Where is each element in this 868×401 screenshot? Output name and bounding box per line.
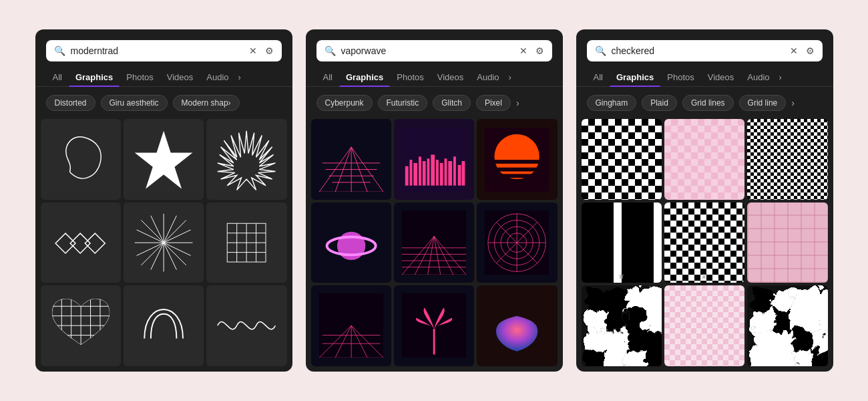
tab-audio-3[interactable]: Audio bbox=[740, 68, 776, 86]
search-clear-3[interactable]: ✕ bbox=[790, 45, 798, 56]
tag-gridline[interactable]: Grid line bbox=[739, 95, 787, 111]
svg-rect-60 bbox=[461, 161, 465, 186]
svg-line-7 bbox=[164, 243, 186, 265]
svg-rect-111 bbox=[622, 346, 642, 366]
tab-videos-3[interactable]: Videos bbox=[701, 68, 741, 86]
grid-item[interactable] bbox=[477, 119, 557, 199]
tab-photos-2[interactable]: Photos bbox=[390, 68, 430, 86]
grid-item[interactable] bbox=[664, 285, 744, 366]
grid-item[interactable] bbox=[124, 119, 204, 199]
tag-gridlines[interactable]: Grid lines bbox=[682, 95, 734, 111]
svg-rect-105 bbox=[582, 305, 602, 325]
search-bar-1: 🔍 ✕ ⚙ bbox=[46, 40, 282, 61]
tab-more-2[interactable]: › bbox=[506, 68, 514, 86]
search-filter-3[interactable]: ⚙ bbox=[806, 45, 815, 56]
grid-item[interactable]: ♛ bbox=[582, 203, 662, 283]
grid-item[interactable] bbox=[311, 203, 391, 283]
grid-item[interactable] bbox=[477, 285, 557, 366]
grid-item[interactable] bbox=[394, 285, 474, 366]
grid-item[interactable] bbox=[41, 285, 121, 366]
tag-more-3[interactable]: › bbox=[791, 98, 795, 108]
tab-photos-1[interactable]: Photos bbox=[120, 68, 160, 86]
svg-line-15 bbox=[164, 243, 176, 269]
grid-item[interactable] bbox=[394, 119, 474, 199]
grid-item[interactable] bbox=[394, 203, 474, 283]
tag-distorted[interactable]: Distorted bbox=[46, 95, 95, 111]
svg-rect-49 bbox=[413, 162, 417, 185]
svg-line-16 bbox=[151, 243, 164, 269]
svg-marker-0 bbox=[135, 130, 193, 188]
tag-gingham[interactable]: Gingham bbox=[587, 95, 637, 111]
tag-giru[interactable]: Giru aesthetic bbox=[101, 95, 168, 111]
grid-item[interactable] bbox=[311, 285, 391, 366]
grid-item[interactable] bbox=[206, 203, 286, 283]
tab-videos-1[interactable]: Videos bbox=[160, 68, 200, 86]
grid-item[interactable] bbox=[747, 285, 827, 366]
tab-graphics-1[interactable]: Graphics bbox=[69, 68, 120, 86]
grid-item[interactable] bbox=[206, 119, 286, 199]
grid-item[interactable] bbox=[477, 203, 557, 283]
grid-item[interactable] bbox=[124, 285, 204, 366]
search-clear-2[interactable]: ✕ bbox=[519, 45, 527, 56]
tabs-1: All Graphics Photos Videos Audio › bbox=[35, 61, 292, 87]
svg-rect-69 bbox=[402, 211, 466, 275]
svg-rect-2 bbox=[70, 233, 90, 253]
svg-rect-63 bbox=[485, 160, 549, 164]
grid-item[interactable] bbox=[747, 203, 827, 283]
svg-rect-106 bbox=[602, 305, 622, 325]
grid-item[interactable] bbox=[582, 285, 662, 366]
tabs-2: All Graphics Photos Videos Audio › bbox=[306, 61, 563, 87]
tab-photos-3[interactable]: Photos bbox=[660, 68, 700, 86]
svg-rect-1 bbox=[55, 233, 75, 253]
search-clear-1[interactable]: ✕ bbox=[249, 45, 257, 56]
search-input-3[interactable] bbox=[612, 45, 785, 56]
grid-item[interactable] bbox=[582, 119, 662, 199]
search-filter-2[interactable]: ⚙ bbox=[535, 45, 544, 56]
tab-all-1[interactable]: All bbox=[46, 68, 69, 86]
tab-graphics-2[interactable]: Graphics bbox=[339, 68, 390, 86]
svg-rect-47 bbox=[405, 166, 409, 185]
tag-pixel[interactable]: Pixel bbox=[476, 95, 511, 111]
grid-1 bbox=[35, 116, 292, 371]
svg-rect-56 bbox=[444, 158, 447, 185]
grid-2 bbox=[306, 116, 563, 371]
tag-more-2[interactable]: › bbox=[516, 98, 519, 108]
grid-item[interactable] bbox=[41, 203, 121, 283]
grid-item[interactable] bbox=[41, 119, 121, 199]
grid-item[interactable]: ♛ bbox=[664, 203, 744, 283]
svg-rect-109 bbox=[582, 346, 602, 366]
svg-line-14 bbox=[164, 243, 190, 255]
tab-graphics-3[interactable]: Graphics bbox=[610, 68, 660, 86]
svg-rect-59 bbox=[458, 164, 461, 185]
svg-rect-51 bbox=[423, 161, 426, 186]
tab-all-3[interactable]: All bbox=[587, 68, 610, 86]
search-input-2[interactable] bbox=[341, 45, 514, 56]
grid-item[interactable] bbox=[124, 203, 204, 283]
tag-futuristic[interactable]: Futuristic bbox=[378, 95, 428, 111]
svg-rect-108 bbox=[642, 305, 662, 325]
svg-rect-54 bbox=[436, 160, 439, 186]
grid-item[interactable] bbox=[664, 119, 744, 199]
svg-rect-53 bbox=[431, 154, 435, 185]
tab-more-3[interactable]: › bbox=[777, 68, 785, 86]
tab-audio-2[interactable]: Audio bbox=[470, 68, 505, 86]
grid-item[interactable] bbox=[206, 285, 286, 366]
svg-rect-119 bbox=[807, 285, 827, 305]
tag-cyberpunk[interactable]: Cyberpunk bbox=[316, 95, 373, 111]
search-filter-1[interactable]: ⚙ bbox=[265, 45, 274, 56]
tab-all-2[interactable]: All bbox=[316, 68, 339, 86]
tag-plaid[interactable]: Plaid bbox=[642, 95, 677, 111]
tab-videos-2[interactable]: Videos bbox=[431, 68, 471, 86]
svg-line-12 bbox=[164, 216, 176, 243]
grid-item[interactable] bbox=[747, 119, 827, 199]
tab-more-1[interactable]: › bbox=[236, 68, 244, 86]
svg-rect-50 bbox=[419, 156, 421, 185]
svg-line-19 bbox=[151, 216, 164, 243]
svg-rect-112 bbox=[642, 346, 662, 366]
tag-modern[interactable]: Modern shap› bbox=[173, 95, 240, 111]
svg-rect-66 bbox=[485, 179, 549, 183]
search-input-1[interactable] bbox=[71, 45, 244, 56]
tab-audio-1[interactable]: Audio bbox=[200, 68, 235, 86]
tag-glitch[interactable]: Glitch bbox=[433, 95, 471, 111]
grid-item[interactable] bbox=[311, 119, 391, 199]
